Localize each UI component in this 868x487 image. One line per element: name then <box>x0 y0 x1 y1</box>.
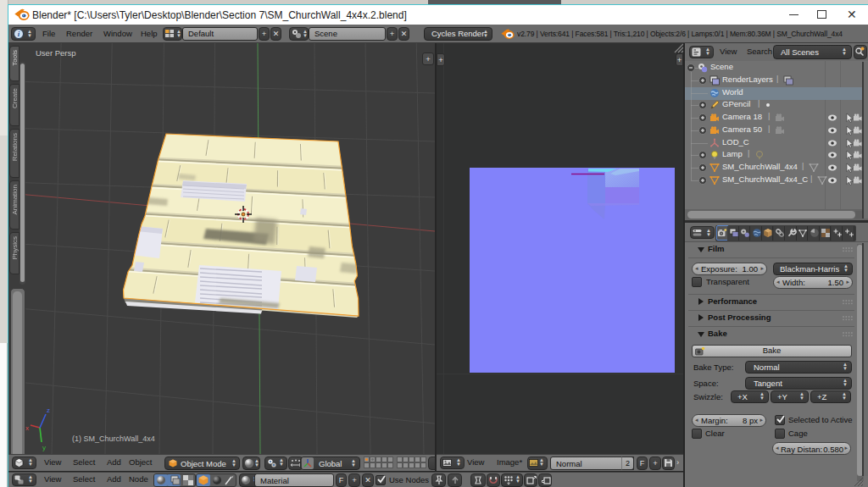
svg-text:z: z <box>47 407 50 414</box>
svg-text:x: x <box>25 424 29 432</box>
svg-text:y: y <box>42 444 46 451</box>
